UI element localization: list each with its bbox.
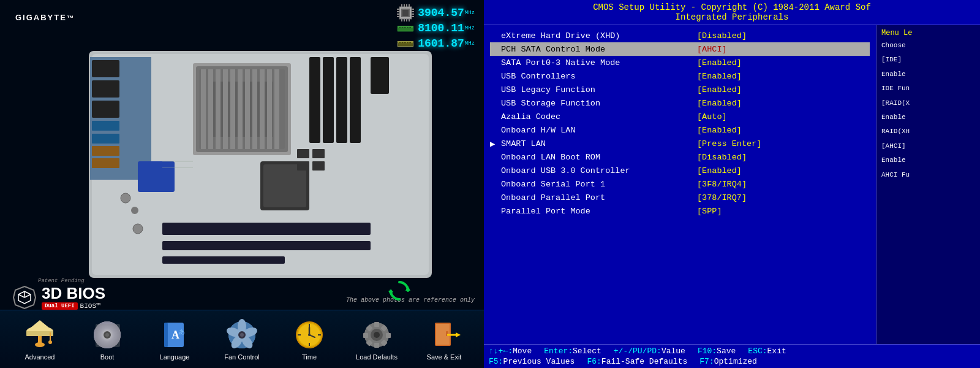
svg-line-83 xyxy=(24,294,31,297)
bios-row[interactable]: Onboard H/W LAN[Enabled] xyxy=(490,123,870,137)
bios-row-value: [Enabled] xyxy=(697,126,742,135)
load-defaults-label: Load Defaults xyxy=(356,353,398,361)
svg-rect-125 xyxy=(386,333,391,338)
fan-control-label: Fan Control xyxy=(224,353,259,361)
footer-key-label: F10: xyxy=(698,347,717,356)
svg-rect-51 xyxy=(238,69,243,149)
bios-body: eXtreme Hard Drive (XHD)[Disabled] PCH S… xyxy=(484,25,980,344)
bios-row[interactable]: SATA Port0-3 Native Mode[Enabled] xyxy=(490,56,870,69)
svg-rect-47 xyxy=(208,69,213,149)
help-item: RAID(XH xyxy=(881,127,975,136)
svg-rect-58 xyxy=(263,164,306,207)
svg-rect-69 xyxy=(297,161,309,171)
bios-row[interactable]: Parallel Port Mode[SPP] xyxy=(490,204,870,218)
help-title: Menu Le xyxy=(881,29,975,37)
language-label: Language xyxy=(160,353,190,361)
bios-row-value: [Enabled] xyxy=(697,166,742,175)
svg-point-91 xyxy=(48,340,52,344)
footer-key: ↑↓+←:Move xyxy=(489,347,532,356)
nav-item-fan-control[interactable]: Fan Control xyxy=(214,318,270,361)
nav-item-time[interactable]: Time xyxy=(282,318,337,361)
bios-header-line2: Integrated Peripherals xyxy=(484,12,980,22)
bios-row-value: [Enabled] xyxy=(697,99,742,108)
bios-row-arrow: ▶ xyxy=(490,139,499,149)
bios-suffix: BIOS™ xyxy=(80,302,100,310)
help-item: [AHCI] xyxy=(881,142,975,151)
svg-rect-54 xyxy=(260,69,265,149)
nav-item-language[interactable]: A あ Language xyxy=(147,318,202,361)
bios-row-value: [Enabled] xyxy=(697,72,742,81)
motherboard-area xyxy=(18,28,478,307)
svg-rect-70 xyxy=(312,161,325,171)
nav-item-boot[interactable]: Boot xyxy=(80,318,135,361)
cpu-stat-row: 3904.57MHz xyxy=(397,6,475,20)
advanced-icon-wrap xyxy=(21,318,58,352)
svg-line-84 xyxy=(18,294,24,297)
nav-item-save-exit[interactable]: Save & Exit xyxy=(417,318,472,361)
right-panel: CMOS Setup Utility - Copyright (C) 1984-… xyxy=(484,0,980,368)
nav-item-advanced[interactable]: Advanced xyxy=(12,318,67,361)
bios-row[interactable]: USB Storage Function[Enabled] xyxy=(490,96,870,110)
bios-row[interactable]: PCH SATA Control Mode[AHCI] xyxy=(490,42,870,56)
help-item: [IDE] xyxy=(881,55,975,64)
svg-rect-68 xyxy=(312,149,325,158)
footer-key: Enter:Select xyxy=(544,347,601,356)
bios-subtitle: Dual UEFI BIOS™ xyxy=(42,302,105,310)
bios-row-key: SATA Port0-3 Native Mode xyxy=(501,58,697,67)
svg-marker-136 xyxy=(456,332,461,337)
svg-rect-86 xyxy=(26,331,53,336)
svg-rect-2 xyxy=(402,10,409,16)
svg-rect-64 xyxy=(92,134,119,144)
help-items-container: Choose[IDE]EnableIDE Fun[RAID(XEnableRAI… xyxy=(881,41,975,180)
bottom-nav: Advanced xyxy=(0,310,484,368)
boot-icon-wrap xyxy=(89,318,126,352)
refresh-icon[interactable] xyxy=(388,280,410,302)
bios-header: CMOS Setup Utility - Copyright (C) 1984-… xyxy=(484,0,980,25)
svg-rect-72 xyxy=(138,161,175,192)
svg-rect-40 xyxy=(336,57,347,143)
svg-rect-38 xyxy=(309,57,320,143)
bios-row[interactable]: eXtreme Hard Drive (XHD)[Disabled] xyxy=(490,29,870,42)
boot-icon xyxy=(91,319,124,351)
bios-row-key: USB Storage Function xyxy=(501,99,697,108)
svg-rect-98 xyxy=(164,323,168,347)
bios-main: eXtreme Hard Drive (XHD)[Disabled] PCH S… xyxy=(484,25,876,344)
svg-rect-41 xyxy=(350,57,361,143)
bios-row[interactable]: USB Controllers[Enabled] xyxy=(490,69,870,83)
save-exit-icon xyxy=(428,319,461,351)
bios-row-value: [Disabled] xyxy=(697,31,747,40)
svg-rect-124 xyxy=(363,333,368,338)
nav-item-load-defaults[interactable]: Load Defaults xyxy=(349,318,404,361)
bios-row[interactable]: Onboard USB 3.0 Controller[Enabled] xyxy=(490,164,870,177)
advanced-label: Advanced xyxy=(25,353,55,361)
footer-key-label: Enter: xyxy=(544,347,573,356)
3d-bios-cube-icon xyxy=(12,285,37,310)
footer-action-label: Optimized xyxy=(714,357,757,366)
fan-control-icon-wrap xyxy=(224,318,260,352)
svg-rect-46 xyxy=(201,69,206,149)
bios-row[interactable]: Onboard LAN Boot ROM[Disabled] xyxy=(490,150,870,164)
bios-row-key: PCH SATA Control Mode xyxy=(501,45,697,54)
bios-row-value: [Enabled] xyxy=(697,58,742,67)
footer-action-label: Exit xyxy=(767,347,786,356)
svg-rect-50 xyxy=(230,69,235,149)
bios-row-value: [SPP] xyxy=(697,207,722,216)
bios-footer: ↑↓+←:MoveEnter:Select+/-/PU/PD:ValueF10:… xyxy=(484,344,980,368)
fan-control-icon xyxy=(225,319,259,351)
svg-rect-52 xyxy=(245,69,250,149)
save-exit-icon-wrap xyxy=(426,318,462,352)
bios-row[interactable]: ▶SMART LAN[Press Enter] xyxy=(490,137,870,150)
language-icon-wrap: A あ xyxy=(156,318,193,352)
bios-row[interactable]: Onboard Parallel Port[378/IRQ7] xyxy=(490,191,870,204)
footer-action-label: Value xyxy=(662,347,685,356)
svg-rect-66 xyxy=(92,158,119,168)
bios-row[interactable]: Onboard Serial Port 1[3F8/IRQ4] xyxy=(490,177,870,191)
svg-point-75 xyxy=(133,224,143,234)
bios-row[interactable]: Azalia Codec[Auto] xyxy=(490,110,870,123)
bios-header-line1: CMOS Setup Utility - Copyright (C) 1984-… xyxy=(484,2,980,12)
footer-key: +/-/PU/PD:Value xyxy=(614,347,685,356)
svg-point-74 xyxy=(131,207,138,214)
help-item: Enable xyxy=(881,113,975,122)
bios-row-key: SMART LAN xyxy=(501,139,697,148)
bios-row[interactable]: USB Legacy Function[Enabled] xyxy=(490,83,870,96)
